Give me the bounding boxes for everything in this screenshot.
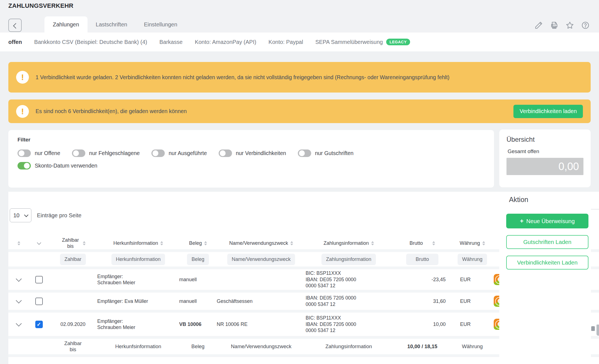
cell-waehrung: EUR [453,269,492,290]
chevron-down-icon [24,213,29,217]
chevron-down-icon [16,276,22,282]
header-herkunfsinformation[interactable]: Herkunfsinformation [97,237,179,249]
column-filter-input[interactable]: Herkunfsinformation [111,254,165,265]
alert-loaded-liabilities: ! 1 Verbindlichkeit wurde geladen. 2 Ver… [8,62,591,93]
payment-line: 0000 5347 12 [306,283,356,289]
load-liabilities-banner-button[interactable]: Verbindlichkeiten laden [513,105,583,118]
sort-icon [160,241,163,245]
edit-icon[interactable] [535,21,543,29]
cell-zahlungsinformation: IBAN: DE05 7205 00000000 5347 12 [306,293,392,310]
cell-herkunfsinformation: Empfänger: Schrauben Meier [97,313,179,336]
footer-beleg: Beleg [179,339,217,354]
header-name-verwendungszweck[interactable]: Name/Verwendungszweck [217,237,306,249]
cell-name-verwendungszweck [217,269,306,290]
chevron-down-icon [37,240,41,245]
sort-icon [482,241,485,245]
filter-beleg: Beleg [179,252,217,266]
page-size-select[interactable]: 10 [10,208,31,222]
row-expand[interactable] [8,269,29,290]
toggle-switch[interactable] [18,162,31,169]
filter-cell-empty [8,252,29,266]
payments-table: Zahlbar bis Herkunfsinformation Beleg Na… [8,237,505,357]
cell-herkunfsinformation: Empfänger: Schrauben Meier [97,269,179,290]
load-credits-button[interactable]: Gutschriften Laden [506,235,588,249]
star-icon[interactable] [566,21,574,29]
header-label: Währung [460,240,480,246]
cell-waehrung: EUR [453,293,492,310]
cell-zahlbar-bis: 02.09.2020 [49,313,97,336]
column-filter-input[interactable]: Zahlungsinformation [321,254,376,265]
column-filter-input[interactable]: Name/Verwendungszweck [227,254,295,265]
payment-line: BIC: BSP11XXX [306,270,356,276]
row-expand[interactable] [8,293,29,310]
tab-lastschriften[interactable]: Lastschriften [88,16,136,33]
warning-icon: ! [16,71,29,84]
toggle-skonto-datum: Skonto-Datum verwenden [18,162,97,169]
toggle-switch[interactable] [298,149,311,157]
row-checkbox-cell [29,293,49,310]
toolbar-icons [535,21,590,29]
overview-panel: Übersicht Gesamt offen 0,00 [499,129,591,187]
toggle-switch[interactable] [151,149,165,157]
row-checkbox[interactable] [35,276,43,283]
header-beleg[interactable]: Beleg [179,237,217,249]
cell-brutto: 10,00 [392,313,453,336]
cell-name-verwendungszweck: Geschäftsessen [217,293,306,310]
header-expand[interactable] [8,237,29,249]
subnav-sepa[interactable]: SEPA Sammelüberweisung LEGACY [315,39,410,45]
back-button[interactable] [8,19,22,32]
payment-line: 0000 5347 12 [306,327,356,334]
column-filter-input[interactable]: Zahlbar [60,254,86,265]
cell-waehrung: EUR [453,313,492,336]
header-label: Herkunfsinformation [113,240,158,246]
toggle-switch[interactable] [72,149,85,157]
row-expand[interactable] [8,313,29,336]
row-checkbox[interactable] [35,298,43,305]
toggle-switch[interactable] [18,149,31,157]
load-liabilities-button[interactable]: Verbindlichkeiten Laden [506,256,588,270]
toggle-switch[interactable] [219,149,232,157]
top-bar: ZAHLUNGSVERKEHR Zahlungen Lastschriften … [0,0,599,33]
chevron-down-icon [16,321,22,326]
subnav-barkasse[interactable]: Barkasse [159,39,183,45]
new-transfer-button[interactable]: + Neue Überweisung [506,214,588,228]
tab-einstellungen[interactable]: Einstellungen [136,16,186,33]
column-filter-input[interactable]: Beleg [187,254,209,265]
column-filter-input[interactable]: Währung [458,254,487,265]
subnav-bankkonto-csv[interactable]: Bankkonto CSV (Beispiel: Deutsche Bank) … [34,39,147,45]
cell-beleg: manuell [179,293,217,310]
subnav-amazonpay[interactable]: Konto: AmazonPay (API) [195,39,256,45]
sort-icon [18,241,20,245]
toggle-nur-offene: nur Offene [18,149,60,157]
header-waehrung[interactable]: Währung [453,237,492,249]
help-icon[interactable] [581,21,590,29]
footer-name-verwendungszweck: Name/Verwendungszweck [217,339,306,354]
cell-beleg: manuell [179,269,217,290]
tab-zahlungen[interactable]: Zahlungen [44,16,88,33]
toggle-label: nur Fehlgeschlagene [89,150,140,156]
subnav-offen[interactable]: offen [8,39,22,45]
subnav-paypal[interactable]: Konto: Paypal [268,39,303,45]
subnav-sepa-label: SEPA Sammelüberweisung [315,39,383,45]
action-panel: Aktion + Neue Überweisung Gutschriften L… [499,192,591,364]
header-label: Zahlbar bis [61,237,81,250]
payment-line: IBAN: DE05 7205 0000 [306,276,356,283]
cell-brutto: -23,45 [392,269,453,290]
footer-cell-empty [29,339,49,354]
sort-icon [371,241,374,245]
action-title: Aktion [509,196,591,204]
header-select-all[interactable] [29,237,49,249]
sort-icon [432,241,435,245]
payment-line: BIC: BSP11XXX [306,315,356,321]
print-icon[interactable] [550,21,558,29]
page-size-value: 10 [13,212,19,219]
sort-icon [290,241,293,245]
tab-bar: Zahlungen Lastschriften Einstellungen [44,16,186,33]
row-checkbox-checked[interactable]: ✓ [35,321,43,328]
column-filter-input[interactable]: Brutto [406,254,438,265]
toggle-nur-verbindlichkeiten: nur Verbindlichkeiten [219,149,286,157]
header-zahlungsinformation[interactable]: Zahlungsinformation [306,237,392,249]
header-brutto[interactable]: Brutto [392,237,453,249]
header-zahlbar-bis[interactable]: Zahlbar bis [49,237,97,249]
toggle-nur-gutschriften: nur Gutschriften [298,149,354,157]
